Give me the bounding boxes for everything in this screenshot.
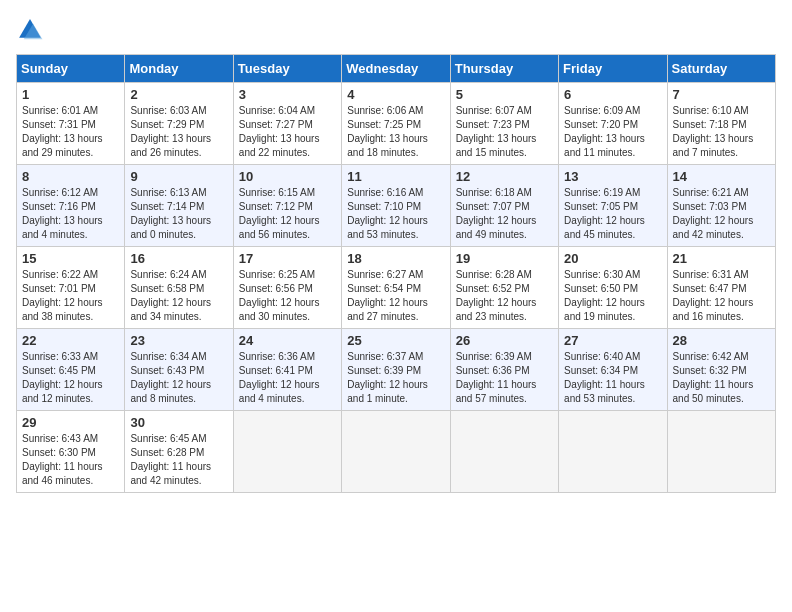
day-number: 15: [22, 251, 119, 266]
day-number: 23: [130, 333, 227, 348]
day-cell-8: 8Sunrise: 6:12 AM Sunset: 7:16 PM Daylig…: [17, 165, 125, 247]
page-header: [16, 16, 776, 44]
day-detail: Sunrise: 6:36 AM Sunset: 6:41 PM Dayligh…: [239, 350, 336, 406]
header-thursday: Thursday: [450, 55, 558, 83]
day-cell-20: 20Sunrise: 6:30 AM Sunset: 6:50 PM Dayli…: [559, 247, 667, 329]
day-cell-9: 9Sunrise: 6:13 AM Sunset: 7:14 PM Daylig…: [125, 165, 233, 247]
day-cell-21: 21Sunrise: 6:31 AM Sunset: 6:47 PM Dayli…: [667, 247, 775, 329]
day-number: 26: [456, 333, 553, 348]
day-number: 2: [130, 87, 227, 102]
day-detail: Sunrise: 6:28 AM Sunset: 6:52 PM Dayligh…: [456, 268, 553, 324]
day-number: 4: [347, 87, 444, 102]
day-cell-3: 3Sunrise: 6:04 AM Sunset: 7:27 PM Daylig…: [233, 83, 341, 165]
day-number: 27: [564, 333, 661, 348]
day-detail: Sunrise: 6:25 AM Sunset: 6:56 PM Dayligh…: [239, 268, 336, 324]
day-cell-30: 30Sunrise: 6:45 AM Sunset: 6:28 PM Dayli…: [125, 411, 233, 493]
day-cell-25: 25Sunrise: 6:37 AM Sunset: 6:39 PM Dayli…: [342, 329, 450, 411]
day-cell-29: 29Sunrise: 6:43 AM Sunset: 6:30 PM Dayli…: [17, 411, 125, 493]
empty-cell: [667, 411, 775, 493]
day-number: 8: [22, 169, 119, 184]
day-detail: Sunrise: 6:21 AM Sunset: 7:03 PM Dayligh…: [673, 186, 770, 242]
day-number: 10: [239, 169, 336, 184]
calendar-week-2: 8Sunrise: 6:12 AM Sunset: 7:16 PM Daylig…: [17, 165, 776, 247]
day-number: 1: [22, 87, 119, 102]
day-number: 19: [456, 251, 553, 266]
day-detail: Sunrise: 6:31 AM Sunset: 6:47 PM Dayligh…: [673, 268, 770, 324]
day-number: 3: [239, 87, 336, 102]
day-detail: Sunrise: 6:06 AM Sunset: 7:25 PM Dayligh…: [347, 104, 444, 160]
day-number: 5: [456, 87, 553, 102]
calendar-table: SundayMondayTuesdayWednesdayThursdayFrid…: [16, 54, 776, 493]
header-saturday: Saturday: [667, 55, 775, 83]
day-number: 22: [22, 333, 119, 348]
header-friday: Friday: [559, 55, 667, 83]
day-number: 25: [347, 333, 444, 348]
day-detail: Sunrise: 6:01 AM Sunset: 7:31 PM Dayligh…: [22, 104, 119, 160]
day-detail: Sunrise: 6:39 AM Sunset: 6:36 PM Dayligh…: [456, 350, 553, 406]
day-cell-26: 26Sunrise: 6:39 AM Sunset: 6:36 PM Dayli…: [450, 329, 558, 411]
day-number: 28: [673, 333, 770, 348]
day-number: 7: [673, 87, 770, 102]
day-cell-17: 17Sunrise: 6:25 AM Sunset: 6:56 PM Dayli…: [233, 247, 341, 329]
calendar-week-3: 15Sunrise: 6:22 AM Sunset: 7:01 PM Dayli…: [17, 247, 776, 329]
day-detail: Sunrise: 6:45 AM Sunset: 6:28 PM Dayligh…: [130, 432, 227, 488]
day-cell-19: 19Sunrise: 6:28 AM Sunset: 6:52 PM Dayli…: [450, 247, 558, 329]
header-wednesday: Wednesday: [342, 55, 450, 83]
day-detail: Sunrise: 6:24 AM Sunset: 6:58 PM Dayligh…: [130, 268, 227, 324]
logo: [16, 16, 48, 44]
day-number: 29: [22, 415, 119, 430]
day-cell-28: 28Sunrise: 6:42 AM Sunset: 6:32 PM Dayli…: [667, 329, 775, 411]
day-number: 9: [130, 169, 227, 184]
day-cell-11: 11Sunrise: 6:16 AM Sunset: 7:10 PM Dayli…: [342, 165, 450, 247]
calendar-week-1: 1Sunrise: 6:01 AM Sunset: 7:31 PM Daylig…: [17, 83, 776, 165]
empty-cell: [559, 411, 667, 493]
day-number: 11: [347, 169, 444, 184]
day-number: 12: [456, 169, 553, 184]
day-detail: Sunrise: 6:33 AM Sunset: 6:45 PM Dayligh…: [22, 350, 119, 406]
day-detail: Sunrise: 6:16 AM Sunset: 7:10 PM Dayligh…: [347, 186, 444, 242]
day-cell-24: 24Sunrise: 6:36 AM Sunset: 6:41 PM Dayli…: [233, 329, 341, 411]
day-detail: Sunrise: 6:10 AM Sunset: 7:18 PM Dayligh…: [673, 104, 770, 160]
day-number: 21: [673, 251, 770, 266]
calendar-header-row: SundayMondayTuesdayWednesdayThursdayFrid…: [17, 55, 776, 83]
day-cell-16: 16Sunrise: 6:24 AM Sunset: 6:58 PM Dayli…: [125, 247, 233, 329]
day-cell-10: 10Sunrise: 6:15 AM Sunset: 7:12 PM Dayli…: [233, 165, 341, 247]
day-detail: Sunrise: 6:18 AM Sunset: 7:07 PM Dayligh…: [456, 186, 553, 242]
day-number: 30: [130, 415, 227, 430]
day-number: 6: [564, 87, 661, 102]
day-detail: Sunrise: 6:42 AM Sunset: 6:32 PM Dayligh…: [673, 350, 770, 406]
day-cell-12: 12Sunrise: 6:18 AM Sunset: 7:07 PM Dayli…: [450, 165, 558, 247]
day-detail: Sunrise: 6:09 AM Sunset: 7:20 PM Dayligh…: [564, 104, 661, 160]
day-cell-7: 7Sunrise: 6:10 AM Sunset: 7:18 PM Daylig…: [667, 83, 775, 165]
header-monday: Monday: [125, 55, 233, 83]
day-cell-22: 22Sunrise: 6:33 AM Sunset: 6:45 PM Dayli…: [17, 329, 125, 411]
day-number: 20: [564, 251, 661, 266]
day-detail: Sunrise: 6:07 AM Sunset: 7:23 PM Dayligh…: [456, 104, 553, 160]
calendar-week-5: 29Sunrise: 6:43 AM Sunset: 6:30 PM Dayli…: [17, 411, 776, 493]
day-detail: Sunrise: 6:13 AM Sunset: 7:14 PM Dayligh…: [130, 186, 227, 242]
day-cell-6: 6Sunrise: 6:09 AM Sunset: 7:20 PM Daylig…: [559, 83, 667, 165]
day-detail: Sunrise: 6:30 AM Sunset: 6:50 PM Dayligh…: [564, 268, 661, 324]
day-detail: Sunrise: 6:43 AM Sunset: 6:30 PM Dayligh…: [22, 432, 119, 488]
empty-cell: [342, 411, 450, 493]
day-detail: Sunrise: 6:04 AM Sunset: 7:27 PM Dayligh…: [239, 104, 336, 160]
empty-cell: [450, 411, 558, 493]
day-number: 14: [673, 169, 770, 184]
day-detail: Sunrise: 6:19 AM Sunset: 7:05 PM Dayligh…: [564, 186, 661, 242]
day-number: 16: [130, 251, 227, 266]
day-number: 18: [347, 251, 444, 266]
day-cell-23: 23Sunrise: 6:34 AM Sunset: 6:43 PM Dayli…: [125, 329, 233, 411]
day-detail: Sunrise: 6:03 AM Sunset: 7:29 PM Dayligh…: [130, 104, 227, 160]
day-detail: Sunrise: 6:40 AM Sunset: 6:34 PM Dayligh…: [564, 350, 661, 406]
day-detail: Sunrise: 6:12 AM Sunset: 7:16 PM Dayligh…: [22, 186, 119, 242]
day-cell-15: 15Sunrise: 6:22 AM Sunset: 7:01 PM Dayli…: [17, 247, 125, 329]
header-tuesday: Tuesday: [233, 55, 341, 83]
day-cell-1: 1Sunrise: 6:01 AM Sunset: 7:31 PM Daylig…: [17, 83, 125, 165]
day-detail: Sunrise: 6:34 AM Sunset: 6:43 PM Dayligh…: [130, 350, 227, 406]
day-detail: Sunrise: 6:27 AM Sunset: 6:54 PM Dayligh…: [347, 268, 444, 324]
day-cell-5: 5Sunrise: 6:07 AM Sunset: 7:23 PM Daylig…: [450, 83, 558, 165]
day-detail: Sunrise: 6:37 AM Sunset: 6:39 PM Dayligh…: [347, 350, 444, 406]
day-cell-18: 18Sunrise: 6:27 AM Sunset: 6:54 PM Dayli…: [342, 247, 450, 329]
logo-icon: [16, 16, 44, 44]
day-cell-27: 27Sunrise: 6:40 AM Sunset: 6:34 PM Dayli…: [559, 329, 667, 411]
